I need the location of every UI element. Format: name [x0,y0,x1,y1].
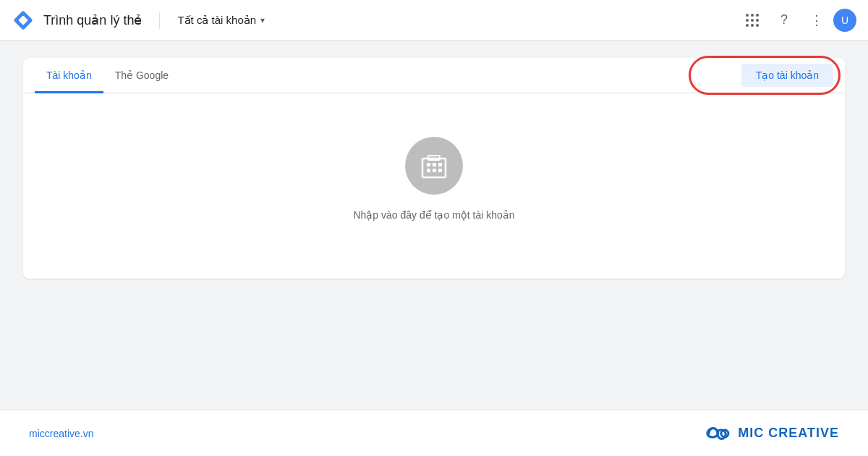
svg-rect-6 [427,169,430,172]
app-title: Trình quản lý thẻ [43,12,142,28]
account-selector-label: Tất cả tài khoản [177,14,256,27]
main-content: Tài khoản Thẻ Google Tạo tài khoản [0,41,868,410]
building-icon [420,151,448,180]
mic-brand-text: MIC CREATIVE [738,426,839,441]
avatar-initial: U [841,14,848,26]
content-card: Tài khoản Thẻ Google Tạo tài khoản [23,58,845,279]
more-icon: ⋮ [810,12,822,28]
svg-rect-7 [433,169,436,172]
tab-accounts[interactable]: Tài khoản [35,58,103,93]
mic-logo-icon [702,422,732,445]
header-left: Trình quản lý thẻ Tất cả tài khoản ▾ [12,9,265,32]
svg-rect-4 [433,163,436,166]
create-account-button[interactable]: Tạo tài khoản [741,64,833,87]
more-options-button[interactable]: ⋮ [801,6,830,35]
header: Trình quản lý thẻ Tất cả tài khoản ▾ ? ⋮… [0,0,868,41]
help-button[interactable]: ? [770,6,799,35]
account-selector[interactable]: Tất cả tài khoản ▾ [177,14,265,27]
empty-state: Nhập vào đây để tạo một tài khoản [23,93,845,279]
grid-icon [746,14,759,27]
footer-website[interactable]: miccreative.vn [29,428,93,439]
avatar[interactable]: U [833,9,856,32]
header-right: ? ⋮ U [738,6,856,35]
empty-state-text: Nhập vào đây để tạo một tài khoản [353,209,514,221]
apps-button[interactable] [738,6,767,35]
tabs-bar: Tài khoản Thẻ Google Tạo tài khoản [23,58,845,93]
svg-rect-2 [422,159,446,177]
help-icon: ? [780,12,788,28]
tab-google-tags[interactable]: Thẻ Google [103,58,180,93]
footer-brand: MIC CREATIVE [702,422,839,445]
svg-rect-3 [427,163,430,166]
footer: miccreative.vn MIC CREATIVE [0,410,868,456]
svg-rect-5 [438,163,442,166]
empty-state-icon [405,137,463,195]
mic-creative-logo: MIC CREATIVE [702,422,839,445]
svg-rect-8 [438,169,442,172]
chevron-down-icon: ▾ [260,15,265,25]
header-divider [159,12,160,29]
gtm-logo-icon [12,9,35,32]
